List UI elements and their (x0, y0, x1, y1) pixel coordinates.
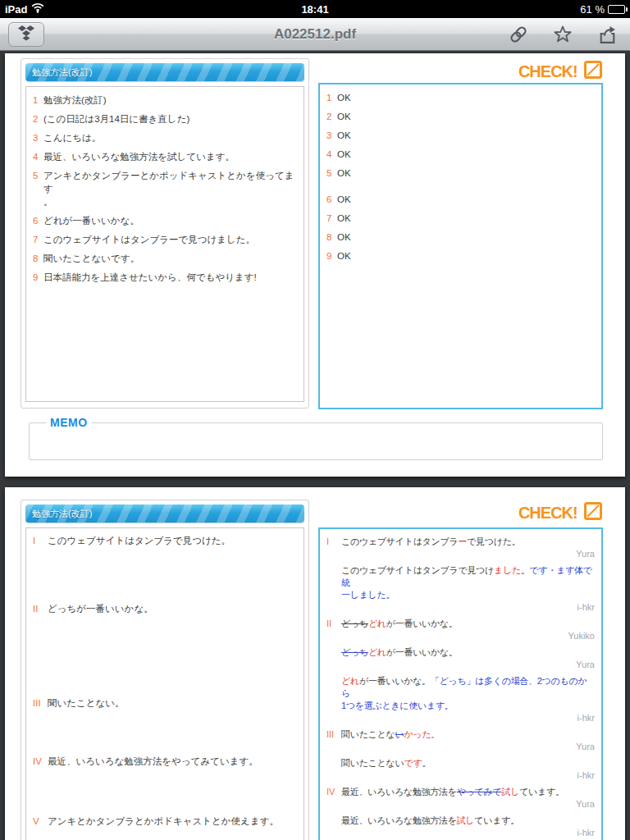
entry-author: i-hkr (341, 828, 595, 838)
ok-line-row: 4OK (326, 148, 595, 161)
entry-number: II (326, 618, 341, 641)
page1-ok-list: 1OK2OK3OK4OK5OK6OK7OK8OK9OK (326, 91, 595, 262)
entry-text: このウェブサイトはタンブラーで見つけた。 (341, 536, 595, 548)
check-label: CHECK! (518, 503, 578, 523)
status-right: 61 % (580, 3, 628, 16)
line-number: 1 (326, 91, 337, 104)
check-label: CHECK! (518, 62, 578, 81)
line-text: OK (337, 129, 351, 142)
original-item-row: Vアンキとかタンブラとかポドキャストとか使えます。 (33, 815, 300, 828)
line-text: OK (337, 167, 351, 180)
entry-number (326, 815, 341, 838)
pdf-toolbar: A022512.pdf (0, 18, 630, 51)
original-item-row: IIどっちが一番いいかな。 (33, 603, 300, 615)
link-button[interactable] (507, 23, 530, 46)
share-button[interactable] (596, 23, 619, 46)
item-number: III (33, 697, 48, 710)
original-line-row: 5アンキとかタンブラーとかポッドキャストとかを使ってます 。 (33, 169, 300, 208)
entry-author: i-hkr (341, 602, 595, 612)
pdf-scroll-area[interactable]: 勉強方法(改訂) 1勉強方法(改訂)2(この日記は3月14日に書き直した)3こん… (0, 51, 630, 840)
entry-body: どっちどれが一番いいかな。Yura (341, 646, 595, 669)
line-text: (この日記は3月14日に書き直した) (43, 112, 189, 126)
entry-number: III (326, 728, 341, 751)
line-text: どれが一番いいかな。 (43, 214, 139, 227)
page2-correction-list: Iこのウェブサイトはタンブラーで見つけた。Yuraこのウェブサイトはタンブラで見… (326, 536, 595, 840)
entry-number (326, 757, 341, 780)
entry-number: IV (326, 786, 341, 809)
correction-entry: どっちどれが一番いいかな。Yura (326, 646, 595, 669)
segment-plain: が一番いいかな。 (386, 647, 458, 657)
item-text: このウェブサイトはタンブラで見つけた。 (48, 535, 231, 547)
item-number: V (33, 815, 48, 828)
original-item-row: Iこのウェブサイトはタンブラで見つけた。 (33, 535, 300, 547)
line-number: 5 (326, 167, 337, 180)
page2-check-header: CHECK! (517, 501, 603, 524)
line-number: 3 (326, 129, 337, 142)
entry-body: 最近、いろいろな勉強方法を試しています。i-hkr (341, 815, 595, 838)
entry-number (326, 646, 341, 669)
page1-title-banner: 勉強方法(改訂) (25, 63, 304, 81)
segment-strike-blue: い (395, 729, 404, 739)
item-text: 聞いたことない。 (48, 697, 125, 710)
entry-text: 聞いたことないかった。 (341, 728, 595, 741)
correction-entry: III聞いたことないかった。Yura (326, 728, 595, 751)
segment-strike-blue: どっち (341, 647, 368, 657)
item-text: アンキとかタンブラとかポドキャストとか使えます。 (48, 815, 279, 828)
line-text: アンキとかタンブラーとかポッドキャストとかを使ってます 。 (43, 169, 300, 208)
original-line-row: 6どれが一番いいかな。 (33, 214, 300, 227)
item-number: I (33, 535, 48, 547)
entry-body: 最近、いろいろな勉強方法をやってみて試しています。Yura (341, 786, 595, 809)
page2-corrections-box: Iこのウェブサイトはタンブラーで見つけた。Yuraこのウェブサイトはタンブラで見… (318, 527, 603, 840)
item-number: II (33, 603, 48, 615)
page2-original-text-box: Iこのウェブサイトはタンブラで見つけた。IIどっちが一番いいかな。III聞いたこ… (25, 527, 304, 840)
entry-body: このウェブサイトはタンブラで見つけました。です・ます体で統 一しました。i-hk… (341, 564, 595, 612)
line-text: 最近、いろいろな勉強方法を試しています。 (43, 150, 235, 163)
original-line-row: 9日本語能力を上達させたいから、何でもやります! (33, 271, 300, 284)
ok-line-row: 7OK (326, 212, 595, 225)
clock: 18:41 (0, 3, 630, 16)
battery-icon (608, 5, 628, 14)
ok-line-row: 6OK (326, 193, 595, 206)
line-number: 6 (326, 193, 337, 206)
segment-plain: ています。 (519, 787, 564, 797)
line-number: 8 (33, 252, 43, 265)
favorite-star-button[interactable] (551, 23, 574, 46)
entry-body: 聞いたことないかった。Yura (341, 728, 595, 751)
entry-author: i-hkr (341, 770, 595, 780)
line-text: 日本語能力を上達させたいから、何でもやります! (43, 271, 257, 284)
segment-red: ました (494, 565, 521, 575)
line-text: こんにちは。 (43, 131, 101, 144)
line-number: 4 (33, 150, 43, 163)
memo-label: MEMO (46, 416, 92, 429)
segment-red: どれ (368, 619, 386, 628)
segment-red: どれ (341, 676, 359, 686)
line-number: 8 (326, 231, 337, 244)
page1-check-box: 1OK2OK3OK4OK5OK6OK7OK8OK9OK (318, 83, 603, 409)
dropbox-button[interactable] (8, 22, 44, 47)
line-number: 2 (326, 110, 337, 123)
entry-author: i-hkr (341, 713, 595, 723)
line-text: OK (337, 148, 351, 161)
line-number: 6 (33, 214, 43, 227)
ok-line-row: 2OK (326, 110, 595, 123)
segment-plain: が一番いいかな。 (359, 676, 431, 686)
original-item-row: IV最近、いろいろな勉強方法をやってみています。 (33, 756, 300, 768)
line-number: 3 (33, 131, 43, 144)
correction-entry: 聞いたことないです。i-hkr (326, 757, 595, 780)
page2-item-list: Iこのウェブサイトはタンブラで見つけた。IIどっちが一番いいかな。III聞いたこ… (33, 535, 300, 828)
line-number: 7 (326, 212, 337, 225)
page1-left-panel: 勉強方法(改訂) 1勉強方法(改訂)2(この日記は3月14日に書き直した)3こん… (21, 58, 309, 409)
page1-check-header: CHECK! (517, 60, 603, 83)
line-number: 9 (326, 249, 337, 262)
ok-line-row: 5OK (326, 167, 595, 180)
correction-entry: Iこのウェブサイトはタンブラーで見つけた。Yura (326, 536, 595, 559)
line-number: 7 (33, 233, 43, 246)
page2-title-banner: 勉強方法(改訂) (25, 504, 304, 523)
line-text: OK (337, 110, 351, 123)
segment-plain: 聞いたことな (341, 729, 395, 739)
ok-line-row: 3OK (326, 129, 595, 142)
entry-body: このウェブサイトはタンブラーで見つけた。Yura (341, 536, 595, 559)
entry-number: I (326, 536, 341, 559)
toolbar-actions (507, 18, 619, 51)
segment-plain: 。 (521, 565, 530, 575)
